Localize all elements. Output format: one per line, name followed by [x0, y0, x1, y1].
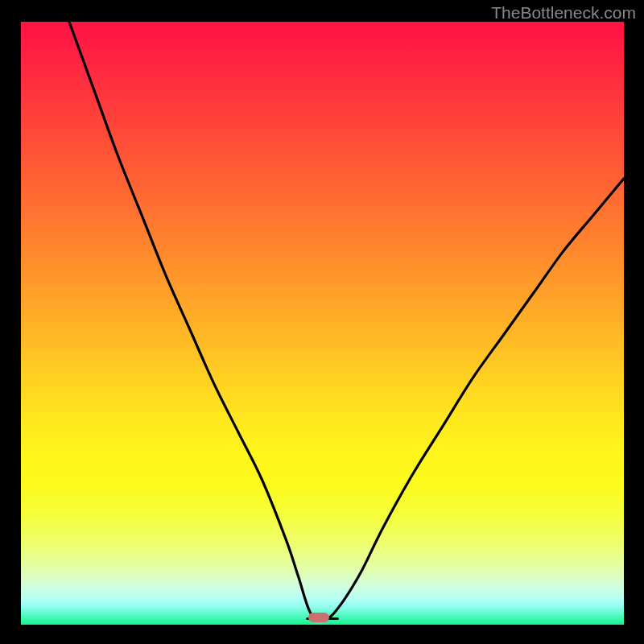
bottleneck-curve	[21, 22, 624, 625]
optimal-point-marker	[308, 613, 329, 622]
watermark-text: TheBottleneck.com	[491, 3, 636, 23]
plot-area	[21, 22, 624, 625]
chart-frame: TheBottleneck.com	[0, 0, 644, 644]
